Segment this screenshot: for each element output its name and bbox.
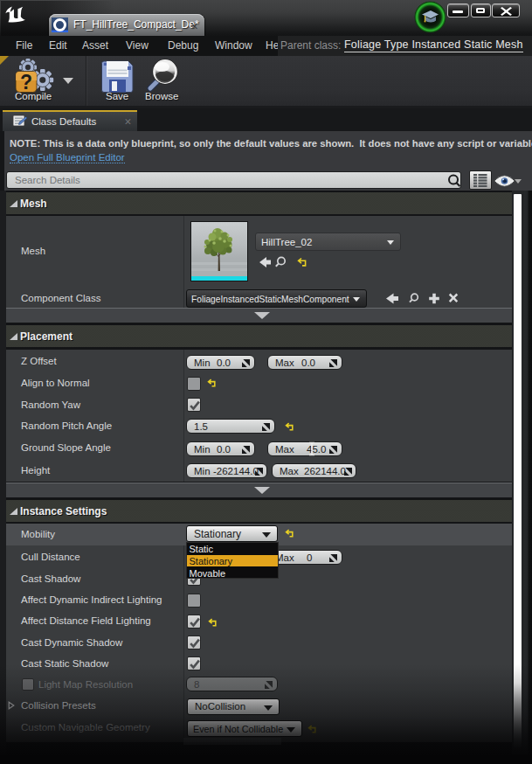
svg-text:?: ? xyxy=(20,71,32,94)
